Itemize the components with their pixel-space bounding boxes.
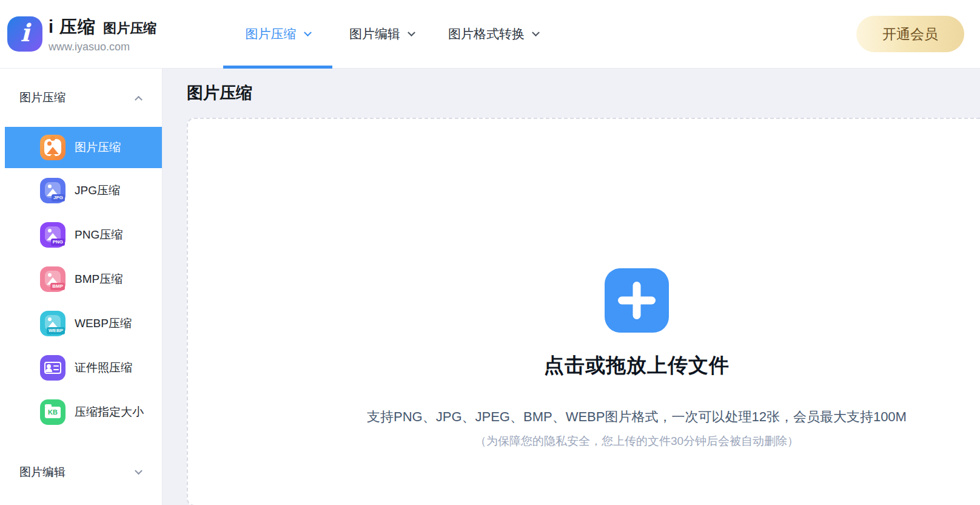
nav-tab-label: 图片压缩 [246, 25, 297, 42]
nav-tab-image-edit[interactable]: 图片编辑 [332, 0, 431, 68]
brand-tagline: 图片压缩 [103, 19, 156, 38]
image-compress-icon [40, 135, 65, 160]
sidebar-section-image-compress[interactable]: 图片压缩 [0, 69, 162, 127]
top-header: i i 压缩 图片压缩 www.iyasuo.com 图片压缩 图片编辑 图片格… [0, 0, 980, 69]
app-logo-icon: i [7, 16, 42, 52]
brand-title: i 压缩 [49, 15, 96, 39]
section-label: 图片压缩 [19, 90, 65, 106]
chevron-down-icon [408, 29, 415, 36]
sidebar-menu: 图片压缩 JPG JPG压缩 PNG PNG压缩 BMP [0, 127, 162, 434]
sidebar: 图片压缩 图片压缩 JPG JPG压缩 PNG [0, 69, 163, 505]
sidebar-item-bmp-compress[interactable]: BMP BMP压缩 [0, 257, 162, 301]
jpg-icon: JPG [40, 178, 65, 203]
nav-tab-label: 图片编辑 [349, 25, 400, 42]
id-card-icon [40, 355, 65, 381]
vip-membership-button[interactable]: 开通会员 [856, 16, 964, 52]
nav-tab-image-compress[interactable]: 图片压缩 [223, 0, 332, 68]
sidebar-item-label: 压缩指定大小 [75, 404, 144, 420]
sidebar-section-image-edit[interactable]: 图片编辑 [0, 443, 162, 501]
nav-tab-format-convert[interactable]: 图片格式转换 [431, 0, 555, 68]
sidebar-item-webp-compress[interactable]: WEBP WEBP压缩 [0, 301, 162, 345]
bmp-icon: BMP [40, 266, 65, 292]
plus-icon[interactable] [605, 268, 669, 333]
brand-url: www.iyasuo.com [49, 41, 156, 53]
upload-dropzone[interactable]: 点击或拖放上传文件 支持PNG、JPG、JPEG、BMP、WEBP图片格式，一次… [187, 118, 980, 505]
page-title: 图片压缩 [187, 82, 980, 104]
chevron-up-icon [135, 95, 143, 103]
upload-support-text: 支持PNG、JPG、JPEG、BMP、WEBP图片格式，一次可以处理12张，会员… [188, 408, 980, 426]
sidebar-item-label: 图片压缩 [75, 140, 121, 155]
sidebar-item-jpg-compress[interactable]: JPG JPG压缩 [0, 168, 162, 212]
png-icon: PNG [40, 222, 65, 248]
brand-logo[interactable]: i i 压缩 图片压缩 www.iyasuo.com [7, 15, 156, 53]
kb-folder-icon: KB [40, 399, 65, 425]
sidebar-item-png-compress[interactable]: PNG PNG压缩 [0, 212, 162, 257]
sidebar-item-id-photo-compress[interactable]: 证件照压缩 [0, 345, 162, 390]
webp-icon: WEBP [40, 311, 65, 336]
section-label: 图片编辑 [19, 464, 65, 480]
chevron-down-icon [135, 467, 143, 475]
chevron-down-icon [304, 29, 312, 36]
chevron-down-icon [532, 29, 540, 36]
sidebar-item-image-compress[interactable]: 图片压缩 [5, 127, 162, 168]
main-nav: 图片压缩 图片编辑 图片格式转换 [223, 0, 555, 68]
sidebar-item-label: BMP压缩 [75, 271, 122, 287]
sidebar-item-label: WEBP压缩 [75, 316, 132, 331]
upload-privacy-note: （为保障您的隐私安全，您上传的文件30分钟后会被自动删除） [188, 433, 980, 449]
logo-letter: i [20, 21, 29, 47]
main-content: 图片压缩 点击或拖放上传文件 支持PNG、JPG、JPEG、BMP、WEBP图片… [163, 69, 980, 505]
sidebar-item-label: 证件照压缩 [75, 360, 132, 376]
sidebar-item-label: JPG压缩 [75, 183, 120, 198]
nav-tab-label: 图片格式转换 [448, 25, 525, 42]
upload-heading: 点击或拖放上传文件 [188, 352, 980, 379]
sidebar-item-compress-to-size[interactable]: KB 压缩指定大小 [0, 390, 162, 434]
sidebar-item-label: PNG压缩 [75, 227, 122, 243]
brand-text: i 压缩 图片压缩 www.iyasuo.com [49, 15, 156, 53]
